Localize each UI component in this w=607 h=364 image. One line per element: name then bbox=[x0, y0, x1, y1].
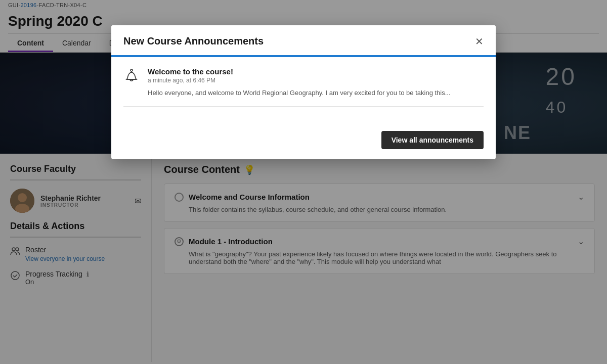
modal-title: New Course Announcements bbox=[123, 35, 264, 47]
announcement-time: a minute ago, at 6:46 PM bbox=[148, 77, 484, 84]
announcement-bell-icon bbox=[123, 68, 140, 98]
modal-body: Welcome to the course! a minute ago, at … bbox=[111, 57, 496, 125]
announcement-modal: New Course Announcements ✕ Welcome to th… bbox=[111, 25, 496, 159]
announcement-text: Hello everyone, and welcome to World Reg… bbox=[148, 88, 484, 98]
announcement-title: Welcome to the course! bbox=[148, 67, 484, 76]
announcement-content: Welcome to the course! a minute ago, at … bbox=[148, 67, 484, 98]
svg-point-18 bbox=[131, 69, 133, 71]
modal-overlay: New Course Announcements ✕ Welcome to th… bbox=[0, 0, 607, 364]
modal-close-button[interactable]: ✕ bbox=[475, 36, 484, 47]
modal-header: New Course Announcements ✕ bbox=[111, 25, 496, 57]
announcement-row: Welcome to the course! a minute ago, at … bbox=[123, 67, 484, 98]
modal-footer: View all announcements bbox=[111, 125, 496, 159]
modal-divider bbox=[123, 106, 484, 107]
view-all-announcements-button[interactable]: View all announcements bbox=[381, 131, 484, 149]
